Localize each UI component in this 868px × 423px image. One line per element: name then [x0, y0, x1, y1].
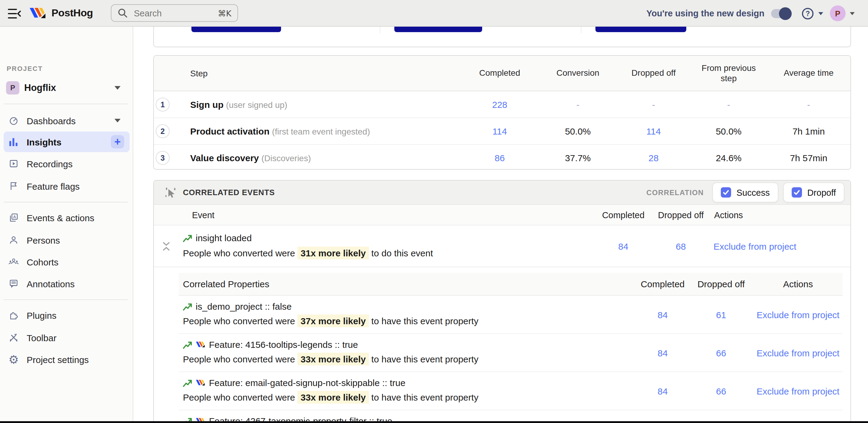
funnel-table-header: Step Completed Conversion Dropped off Fr…: [154, 56, 850, 91]
step-detail: (user signed up): [226, 100, 287, 110]
sidebar-item-plugins[interactable]: Plugins: [4, 305, 130, 326]
funnel-step-row: 1 Sign up (user signed up) 228 - - - -: [154, 91, 850, 118]
collapse-sidebar-icon[interactable]: [8, 7, 21, 19]
exclude-from-project-link[interactable]: Exclude from project: [753, 309, 842, 320]
user-menu[interactable]: P: [830, 5, 855, 21]
description-prefix: People who converted were: [183, 354, 295, 364]
odds-highlight: 31x more likely: [298, 247, 369, 260]
property-name: Feature: 4156-tooltips-legends :: true: [209, 339, 358, 350]
property-name: is_demo_project :: false: [196, 301, 292, 311]
step-detail: (Discoveries): [261, 153, 311, 163]
sidebar-item-cohorts[interactable]: Cohorts: [4, 251, 130, 272]
dropped-count-link[interactable]: 68: [651, 241, 711, 251]
correlated-property-row: is_demo_project :: false People who conv…: [179, 296, 842, 334]
dropped-count-link[interactable]: 114: [617, 126, 690, 137]
dropped-count: -: [617, 99, 690, 110]
sidebar-item-annotations[interactable]: Annotations: [4, 273, 130, 294]
description-prefix: People who converted were: [183, 392, 295, 402]
col-completed: Completed: [596, 210, 651, 220]
search-shortcut: ⌘K: [218, 8, 231, 18]
completed-count-link[interactable]: 84: [637, 348, 689, 358]
correlated-property-row: Feature: 4156-tooltips-legends :: true P…: [179, 334, 842, 372]
sidebar-item-recordings[interactable]: Recordings: [4, 153, 130, 174]
annotation-icon: [8, 278, 19, 289]
average-time-value: -: [767, 99, 850, 110]
dropped-count-link[interactable]: 66: [689, 386, 753, 396]
sidebar-item-label: Feature flags: [27, 181, 80, 191]
sidebar-divider: [4, 299, 128, 300]
sidebar-item-insights[interactable]: Insights +: [4, 131, 130, 152]
sidebar-item-events-actions[interactable]: A Events & actions: [4, 207, 130, 228]
posthog-logo-icon[interactable]: PostHog: [29, 7, 93, 20]
sidebar-item-feature-flags[interactable]: Feature flags: [4, 176, 130, 197]
completed-count-link[interactable]: 228: [460, 99, 539, 110]
sidebar-item-label: Project settings: [27, 354, 89, 364]
step-name: Value discovery: [190, 153, 259, 163]
step-name: Product activation: [190, 126, 270, 137]
exclude-from-project-link[interactable]: Exclude from project: [753, 386, 842, 396]
trend-up-icon: [183, 379, 192, 387]
exclude-from-project-link[interactable]: Exclude from project: [711, 241, 850, 251]
main-content: Step Completed Conversion Dropped off Fr…: [133, 27, 868, 423]
description-prefix: People who converted were: [183, 316, 295, 326]
sidebar-item-dashboards[interactable]: Dashboards: [4, 110, 130, 131]
sidebar-divider: [4, 202, 128, 203]
success-checkbox-button[interactable]: Success: [712, 182, 778, 203]
project-avatar: P: [6, 81, 20, 94]
property-description: People who converted were 33x more likel…: [183, 354, 637, 364]
new-design-label: You're using the new design: [646, 8, 765, 18]
completed-count-link[interactable]: 84: [637, 309, 689, 320]
help-icon[interactable]: ?: [801, 6, 823, 20]
col-completed: Completed: [637, 279, 689, 289]
completed-count-link[interactable]: 84: [596, 241, 651, 251]
completed-count-link[interactable]: 86: [460, 153, 539, 163]
correlation-filter-label: CORRELATION: [646, 188, 704, 197]
feature-flag-logo-icon: [196, 379, 205, 386]
property-description: People who converted were 33x more likel…: [183, 392, 637, 402]
sidebar-item-project-settings[interactable]: ⚙ Project settings: [4, 349, 130, 370]
conversion-value: -: [539, 99, 617, 110]
search-field[interactable]: [133, 7, 207, 19]
sidebar-item-persons[interactable]: Persons: [4, 230, 130, 250]
col-event: Event: [154, 210, 596, 220]
dropped-count-link[interactable]: 66: [689, 348, 753, 358]
funnel-bar-step1[interactable]: [191, 27, 281, 32]
description-suffix: to have this event property: [371, 316, 478, 326]
events-icon: A: [8, 212, 19, 223]
from-previous-value: -: [690, 99, 767, 110]
description-suffix: to have this event property: [371, 392, 478, 402]
sidebar-item-toolbar[interactable]: Toolbar: [4, 327, 130, 348]
step-number-badge: 3: [156, 151, 169, 165]
dropped-count-link[interactable]: 61: [689, 309, 753, 320]
step-number-badge: 2: [156, 124, 169, 138]
project-switcher[interactable]: P Hogflix: [0, 80, 133, 96]
plugin-icon: [8, 310, 19, 321]
user-avatar[interactable]: P: [830, 5, 845, 21]
funnel-bar-step2[interactable]: [394, 27, 482, 32]
collapse-row-icon[interactable]: [162, 240, 171, 253]
project-section-label: PROJECT: [7, 65, 43, 72]
completed-count-link[interactable]: 84: [637, 386, 689, 396]
trend-up-icon: [183, 302, 192, 310]
completed-count-link[interactable]: 114: [460, 126, 539, 137]
funnel-bar-step3[interactable]: [595, 27, 686, 32]
new-design-toggle[interactable]: [771, 9, 790, 18]
average-time-value: 7h 57min: [767, 153, 850, 163]
app-window: PostHog ⌘K You're using the new design ?…: [0, 0, 868, 423]
success-label: Success: [737, 187, 770, 197]
svg-text:?: ?: [806, 9, 810, 17]
new-insight-button[interactable]: +: [111, 135, 124, 149]
dropoff-checkbox-button[interactable]: Dropoff: [783, 182, 844, 203]
sidebar-divider: [4, 103, 128, 104]
project-name: Hogflix: [24, 83, 56, 93]
sidebar-item-label: Toolbar: [27, 332, 56, 343]
help-caret-icon: [818, 12, 823, 15]
dropped-count-link[interactable]: 28: [617, 153, 690, 163]
checkbox-checked-icon[interactable]: [721, 187, 731, 198]
exclude-from-project-link[interactable]: Exclude from project: [753, 348, 842, 358]
checkbox-checked-icon[interactable]: [792, 187, 802, 198]
dashboards-caret-icon: [115, 119, 121, 122]
search-input[interactable]: ⌘K: [111, 4, 238, 22]
col-step: Step: [178, 68, 460, 78]
step-detail: (first team event ingested): [272, 127, 370, 137]
